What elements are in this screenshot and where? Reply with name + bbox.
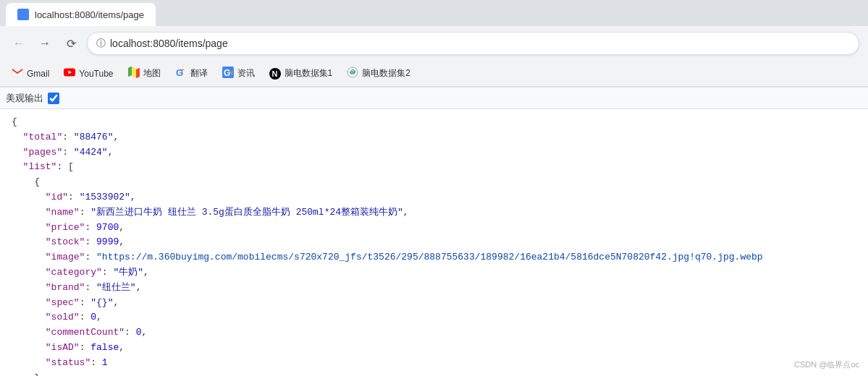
svg-marker-5: [128, 67, 132, 77]
pretty-label: 美观输出: [6, 92, 43, 105]
active-tab[interactable]: localhost:8080/items/page: [6, 3, 156, 26]
brain2-icon: [347, 67, 358, 80]
forward-button[interactable]: →: [35, 33, 55, 54]
youtube-icon: [64, 67, 75, 80]
gmail-label: Gmail: [27, 69, 49, 79]
news-icon: G N: [222, 67, 234, 80]
json-content: { "total": "88476", "pages": "4424", "li…: [0, 109, 868, 376]
youtube-label: YouTube: [79, 69, 113, 79]
tab-title: localhost:8080/items/page: [35, 9, 144, 20]
tab-bar: localhost:8080/items/page: [0, 0, 868, 26]
bookmark-brain1[interactable]: N 脑电数据集1: [264, 64, 339, 82]
maps-label: 地图: [143, 67, 161, 80]
tab-favicon: [17, 9, 29, 20]
svg-text:T: T: [180, 68, 185, 75]
translate-icon: G T: [175, 67, 187, 80]
bookmark-translate[interactable]: G T 翻译: [169, 64, 214, 83]
lock-icon: ⓘ: [96, 37, 106, 50]
maps-icon: [128, 67, 140, 80]
svg-marker-6: [132, 67, 136, 78]
reload-button[interactable]: ⟳: [61, 33, 81, 54]
gmail-icon: [12, 67, 23, 80]
svg-marker-7: [136, 68, 140, 78]
bookmark-gmail[interactable]: Gmail: [6, 64, 55, 83]
back-button[interactable]: ←: [9, 33, 29, 54]
url-text: localhost:8080/items/page: [110, 38, 228, 49]
brain2-label: 脑电数据集2: [362, 67, 410, 80]
watermark: CSDN @临界点oc: [794, 359, 859, 370]
address-bar[interactable]: ⓘ localhost:8080/items/page: [87, 32, 859, 55]
bookmark-youtube[interactable]: YouTube: [58, 64, 119, 83]
brain1-icon: N: [269, 68, 281, 80]
svg-text:N: N: [229, 69, 233, 76]
news-label: 资讯: [237, 67, 255, 80]
bookmark-news[interactable]: G N 资讯: [216, 64, 261, 83]
pretty-checkbox[interactable]: [48, 93, 59, 104]
bookmark-maps[interactable]: 地图: [122, 64, 167, 83]
browser-chrome: localhost:8080/items/page ← → ⟳ ⓘ localh…: [0, 0, 868, 87]
brain1-label: 脑电数据集1: [285, 67, 333, 80]
bookmark-brain2[interactable]: 脑电数据集2: [341, 64, 416, 83]
pretty-toolbar: 美观输出: [0, 87, 868, 109]
translate-label: 翻译: [190, 67, 208, 80]
bookmarks-bar: Gmail YouTube 地图: [0, 61, 868, 87]
address-bar-row: ← → ⟳ ⓘ localhost:8080/items/page: [0, 26, 868, 61]
